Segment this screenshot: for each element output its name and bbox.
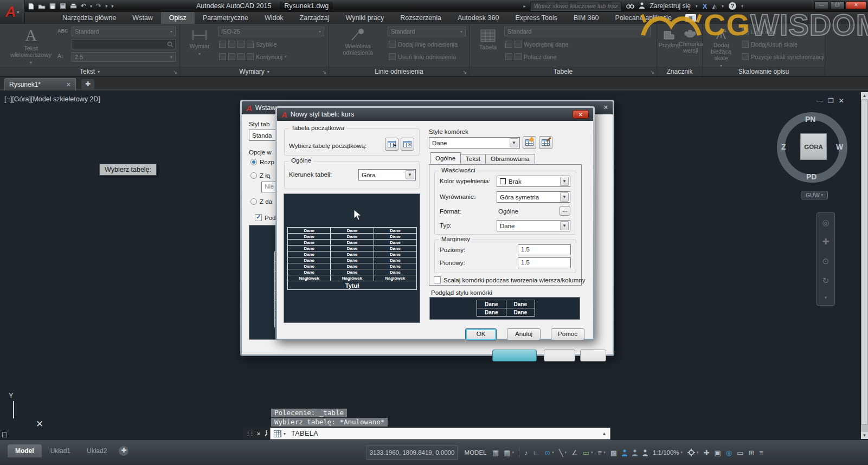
isodraft-icon[interactable]: ╲ <box>559 449 563 457</box>
viewport-restore-icon[interactable]: ❐ <box>828 97 834 105</box>
model-space-button[interactable]: MODEL <box>462 445 489 460</box>
polar-tracking-icon[interactable]: ⊙ <box>544 449 550 457</box>
help-icon[interactable]: ? <box>729 2 736 10</box>
tab-autodesk-360[interactable]: Autodesk 360 <box>449 12 507 24</box>
viewcube-top-face[interactable]: GÓRA <box>800 133 827 160</box>
redo-icon[interactable]: ↷ <box>96 2 101 10</box>
autoscale-icon[interactable] <box>632 449 638 456</box>
tab-tekst[interactable]: Tekst <box>460 154 486 164</box>
layout-tab-model[interactable]: Model <box>8 444 42 457</box>
command-caret-icon[interactable]: ▾ <box>284 431 286 436</box>
customization-menu-icon[interactable]: ≡ <box>759 449 763 457</box>
scroll-up-icon[interactable]: ▲ <box>861 92 868 99</box>
remove-start-table-button[interactable]: ✕ <box>401 138 414 151</box>
cell-style-combo[interactable]: Dane▼ <box>429 137 520 148</box>
panel-tabele-footer[interactable]: Tabele↘ <box>470 67 657 76</box>
tab-widok[interactable]: Widok <box>256 12 292 24</box>
search-binoculars-icon[interactable] <box>626 1 634 11</box>
fullscreen-icon[interactable]: ⊞ <box>748 449 754 457</box>
tab-rozszerzenia[interactable]: Rozszerzenia <box>392 12 449 24</box>
orbit-icon[interactable]: ↻ <box>822 276 830 286</box>
redo-caret-icon[interactable]: ▾ <box>105 4 107 9</box>
tab-wstaw[interactable]: Wstaw <box>124 12 161 24</box>
ribbon-display-toggle[interactable]: ▦ <box>685 14 696 22</box>
tab-obramowania[interactable]: Obramowania <box>485 154 535 164</box>
autodesk360-icon[interactable]: ◭ <box>712 3 717 10</box>
viewport-controls[interactable]: [−][Góra][Model szkieletowy 2D] <box>4 95 100 103</box>
polar-caret-icon[interactable]: ▾ <box>552 450 554 455</box>
tab-parametryczne[interactable]: Parametryczne <box>195 12 256 24</box>
ortho-mode-icon[interactable]: ∟ <box>533 449 540 457</box>
from-data-radio[interactable] <box>250 198 257 205</box>
panel-wymiary-footer[interactable]: Wymiary▾↘ <box>180 67 329 76</box>
new-layout-button[interactable]: ✚ <box>119 446 128 456</box>
viewcube-east-w[interactable]: W <box>836 143 843 151</box>
grid-display-icon[interactable]: ▦ <box>492 449 499 457</box>
dynamic-input-icon[interactable]: ♪ <box>524 449 528 457</box>
tab-zarzadzaj[interactable]: Zarządzaj <box>292 12 338 24</box>
insert-ok-button[interactable] <box>492 350 537 361</box>
command-input[interactable]: TABELA <box>291 430 318 437</box>
from-link-radio[interactable] <box>250 172 257 179</box>
type-combo[interactable]: Dane▼ <box>497 220 570 231</box>
panel-tekst-footer[interactable]: Tekst▾↘ <box>0 67 179 76</box>
dialog-close-button[interactable]: ✕ <box>573 110 589 119</box>
ribbon-display-caret-icon[interactable]: ▾ <box>698 16 700 24</box>
viewport-close-icon[interactable]: ✕ <box>839 97 844 105</box>
command-tools-icon[interactable] <box>264 430 267 437</box>
lineweight-caret-icon[interactable]: ▾ <box>603 450 606 455</box>
horizontal-margin-field[interactable]: 1.5 <box>518 244 571 255</box>
sign-in-caret-icon[interactable]: ▾ <box>696 4 698 9</box>
viewcube-ucs-button[interactable]: GUW▾ <box>801 191 828 199</box>
help-caret-icon[interactable]: ▾ <box>741 4 743 9</box>
navigation-bar[interactable]: ◎ ✚ ⊙ ↻ ▾ <box>816 212 835 306</box>
annotation-visibility-icon[interactable] <box>622 449 627 456</box>
pan-icon[interactable]: ✚ <box>822 237 830 247</box>
viewcube-west-z[interactable]: Z <box>781 143 786 151</box>
dialog-titlebar[interactable]: A Nowy styl tabeli: kurs ✕ <box>277 108 593 121</box>
lineweight-icon[interactable]: ≡ <box>598 449 602 457</box>
vertical-scrollbar[interactable]: ▲ ▼ <box>861 92 868 439</box>
exchange-apps-icon[interactable]: X <box>703 2 708 10</box>
osnap-caret-icon[interactable]: ▾ <box>591 450 593 455</box>
start-empty-radio[interactable] <box>250 159 257 165</box>
open-file-icon[interactable] <box>38 3 46 9</box>
tab-polecane-aplikacje[interactable]: Polecane aplikacje <box>607 12 680 24</box>
new-drawing-tab-button[interactable]: ✚ <box>81 79 94 89</box>
table-direction-combo[interactable]: Góra▼ <box>358 169 416 180</box>
plot-icon[interactable] <box>70 3 77 9</box>
app-close-button[interactable]: ✕ <box>846 1 866 9</box>
pick-start-table-button[interactable]: ➤ <box>385 138 398 151</box>
layout-tab-uklad2[interactable]: Układ2 <box>79 444 114 457</box>
application-menu-button[interactable]: A ▾ <box>0 0 25 24</box>
scrollbar-thumb[interactable] <box>861 100 867 425</box>
command-dock-grip[interactable]: ⋮⋮ ✕ <box>243 428 270 440</box>
panel-znacznik-footer[interactable]: Znacznik <box>657 67 702 76</box>
command-expand-icon[interactable]: ▲ <box>602 431 607 436</box>
drag-handle-icon[interactable]: ⋮⋮ <box>246 431 253 436</box>
zoom-icon[interactable]: ⊙ <box>822 256 830 266</box>
panel-linie-footer[interactable]: Linie odniesienia↘ <box>329 67 469 76</box>
annotation-scale-icon[interactable] <box>642 449 648 456</box>
qat-customize-icon[interactable]: ▾ <box>111 4 113 9</box>
settings-gear-icon[interactable] <box>687 449 695 456</box>
sign-in-link[interactable]: Zarejestruj się <box>650 2 690 10</box>
panel-skalowanie-footer[interactable]: Skalowanie opisu <box>703 67 825 76</box>
undo-caret-icon[interactable]: ▾ <box>90 4 92 9</box>
save-icon[interactable] <box>49 3 56 9</box>
command-close-icon[interactable]: ✕ <box>256 431 261 437</box>
help-button[interactable]: Pomoc <box>551 328 584 340</box>
manage-cell-styles-button[interactable] <box>539 136 552 149</box>
snap-caret-icon[interactable]: ▾ <box>512 450 515 455</box>
tab-bim-360[interactable]: BIM 360 <box>565 12 607 24</box>
viewcube-south[interactable]: PD <box>806 172 816 181</box>
fill-color-combo[interactable]: Brak▼ <box>497 176 570 187</box>
hardware-acceleration-icon[interactable]: ◎ <box>726 449 732 457</box>
vertical-margin-field[interactable]: 1.5 <box>518 257 571 268</box>
undo-icon[interactable]: ↶ <box>81 2 86 10</box>
object-snap-icon[interactable]: ▭ <box>583 449 589 457</box>
command-line[interactable]: ▾ TABELA ▲ <box>270 428 610 440</box>
save-as-icon[interactable] <box>60 3 66 9</box>
merge-cells-checkbox[interactable] <box>434 276 441 283</box>
autodesk360-caret-icon[interactable]: ▾ <box>722 4 724 9</box>
